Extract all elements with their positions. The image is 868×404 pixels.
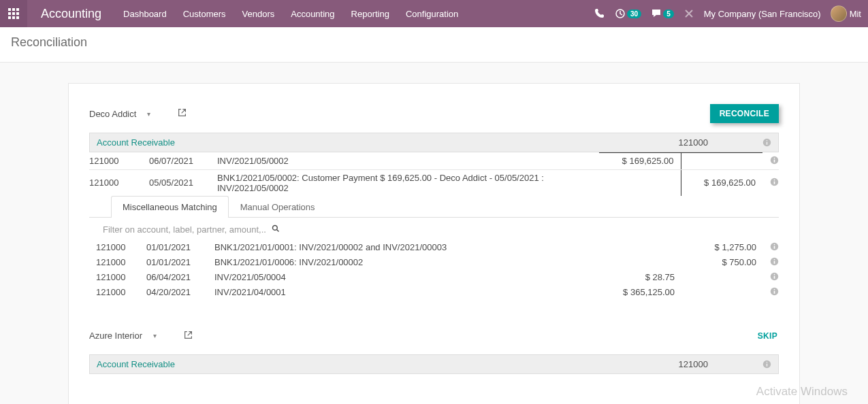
chevron-down-icon: ▾ [149, 332, 177, 339]
match-credit [681, 285, 763, 300]
match-info[interactable] [763, 285, 779, 300]
avatar [831, 5, 847, 22]
nav-menu: Dashboard Customers Vendors Accounting R… [115, 0, 466, 27]
brand-title[interactable]: Accounting [27, 7, 115, 21]
svg-rect-33 [767, 363, 768, 366]
svg-rect-30 [774, 290, 775, 293]
match-lines-table: 121000 01/01/2021 BNK1/2021/01/0001: INV… [89, 240, 779, 300]
account-header: Account Receivable 121000 [89, 354, 779, 374]
svg-rect-2 [16, 8, 19, 11]
table-row[interactable]: 121000 05/05/2021 BNK1/2021/05/0002: Cus… [89, 169, 779, 196]
svg-rect-6 [8, 16, 11, 19]
partner-select[interactable]: Azure Interior ▾ [89, 331, 193, 341]
apps-button[interactable] [0, 0, 27, 27]
line-debit: $ 169,625.00 [599, 153, 681, 170]
line-credit [681, 153, 762, 170]
timer-icon[interactable]: 30 [615, 8, 641, 19]
table-row[interactable]: 121000 06/04/2021 INV/2021/05/0004 $ 28.… [89, 270, 779, 285]
svg-rect-4 [12, 12, 15, 15]
table-row[interactable]: 121000 04/20/2021 INV/2021/04/0001 $ 365… [89, 285, 779, 300]
search-icon[interactable] [272, 224, 280, 235]
filter-row [89, 218, 779, 240]
svg-point-34 [767, 361, 768, 363]
line-desc: BNK1/2021/05/0002: Customer Payment $ 16… [210, 169, 599, 196]
user-short-name: Mit [850, 9, 861, 19]
reconcile-block: Azure Interior ▾ SKIP Account Receivable… [89, 327, 779, 374]
timer-badge: 30 [627, 10, 641, 18]
block-header: Deco Addict ▾ RECONCILE [89, 104, 779, 123]
messages-badge: 5 [663, 10, 674, 18]
nav-reporting[interactable]: Reporting [343, 0, 398, 27]
match-desc: BNK1/2021/01/0001: INV/2021/00002 and IN… [208, 240, 600, 255]
svg-rect-8 [16, 16, 19, 19]
svg-point-18 [774, 179, 775, 180]
company-selector[interactable]: My Company (San Francisco) [704, 9, 821, 19]
account-title[interactable]: Account Receivable [97, 359, 175, 369]
match-date: 01/01/2021 [140, 255, 208, 270]
external-link-icon[interactable] [184, 331, 193, 341]
svg-point-22 [774, 243, 775, 245]
svg-rect-11 [767, 142, 768, 145]
phone-icon[interactable] [594, 8, 605, 19]
svg-rect-7 [12, 16, 15, 19]
svg-rect-0 [8, 8, 11, 11]
page-title: Reconciliation [11, 35, 857, 50]
skip-button[interactable]: SKIP [756, 327, 779, 345]
line-credit: $ 169,625.00 [681, 169, 762, 196]
line-code: 121000 [89, 169, 142, 196]
match-debit [600, 255, 681, 270]
match-code: 121000 [89, 285, 140, 300]
nav-customers[interactable]: Customers [175, 0, 234, 27]
user-menu[interactable]: Mit [831, 5, 861, 22]
info-icon[interactable] [762, 360, 771, 369]
chevron-down-icon: ▾ [143, 110, 171, 118]
messages-icon[interactable]: 5 [651, 8, 674, 19]
line-info[interactable] [762, 153, 779, 170]
main-navbar: Accounting Dashboard Customers Vendors A… [0, 0, 868, 27]
partner-select[interactable]: Deco Addict ▾ [89, 108, 187, 119]
close-tray-icon[interactable] [684, 8, 694, 19]
svg-point-28 [774, 273, 775, 275]
nav-right: 30 5 My Company (San Francisco) Mit [594, 5, 868, 22]
svg-rect-1 [12, 8, 15, 11]
apps-grid-icon [8, 8, 19, 19]
match-desc: INV/2021/04/0001 [208, 285, 600, 300]
svg-rect-3 [8, 12, 11, 15]
match-code: 121000 [89, 240, 140, 255]
table-row[interactable]: 121000 06/07/2021 INV/2021/05/0002 $ 169… [89, 153, 779, 170]
account-title[interactable]: Account Receivable [97, 137, 175, 148]
tab-manual-operations[interactable]: Manual Operations [229, 196, 327, 218]
match-code: 121000 [89, 270, 140, 285]
nav-dashboard[interactable]: Dashboard [115, 0, 175, 27]
svg-rect-5 [16, 12, 19, 15]
match-credit: $ 1,275.00 [681, 240, 763, 255]
match-debit: $ 28.75 [600, 270, 681, 285]
match-debit [600, 240, 681, 255]
match-desc: INV/2021/05/0004 [208, 270, 600, 285]
table-row[interactable]: 121000 01/01/2021 BNK1/2021/01/0001: INV… [89, 240, 779, 255]
nav-accounting[interactable]: Accounting [283, 0, 342, 27]
match-code: 121000 [89, 255, 140, 270]
match-info[interactable] [763, 255, 779, 270]
match-info[interactable] [763, 240, 779, 255]
match-date: 06/04/2021 [140, 270, 208, 285]
filter-input[interactable] [103, 224, 266, 235]
reconcile-block: Deco Addict ▾ RECONCILE Account Receivab… [89, 104, 779, 300]
match-info[interactable] [763, 270, 779, 285]
line-info[interactable] [762, 169, 779, 196]
tab-misc-matching[interactable]: Miscellaneous Matching [111, 196, 229, 218]
line-date: 05/05/2021 [142, 169, 210, 196]
nav-configuration[interactable]: Configuration [398, 0, 466, 27]
svg-point-19 [273, 225, 278, 230]
svg-point-15 [774, 157, 775, 158]
account-header: Account Receivable 121000 [89, 133, 779, 152]
match-date: 04/20/2021 [140, 285, 208, 300]
breadcrumb-bar: Reconciliation [0, 27, 868, 63]
reconcile-button[interactable]: RECONCILE [710, 104, 779, 123]
nav-vendors[interactable]: Vendors [234, 0, 283, 27]
info-icon[interactable] [762, 138, 771, 147]
svg-point-12 [767, 140, 768, 141]
external-link-icon[interactable] [178, 108, 187, 119]
line-date: 06/07/2021 [142, 153, 210, 170]
table-row[interactable]: 121000 01/01/2021 BNK1/2021/01/0006: INV… [89, 255, 779, 270]
